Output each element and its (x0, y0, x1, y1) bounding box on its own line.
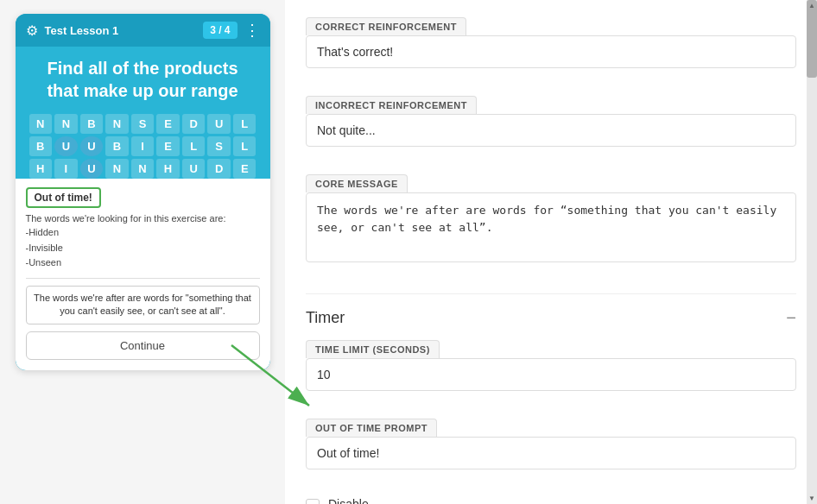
lesson-progress: 3 / 4 (203, 22, 237, 39)
scrollbar-track[interactable]: ▲ ▼ (807, 0, 817, 504)
scroll-down-arrow[interactable]: ▼ (808, 495, 815, 502)
disable-checkbox[interactable] (306, 499, 320, 505)
disable-title: Disable (328, 497, 596, 505)
lesson-footer: Out of time! The words we're looking for… (16, 179, 270, 370)
word-item: -Invisible (26, 241, 260, 256)
gear-icon: ⚙ (26, 22, 38, 39)
scroll-up-arrow[interactable]: ▲ (808, 2, 815, 9)
out-of-time-prompt-section: OUT OF TIME PROMPT (306, 419, 796, 483)
disable-row: Disable Disabling the timer lets users f… (306, 497, 796, 505)
section-divider (306, 293, 796, 294)
correct-reinforcement-input[interactable] (306, 35, 796, 68)
incorrect-reinforcement-section: INCORRECT REINFORCEMENT (306, 96, 796, 161)
grid-cell[interactable]: U (182, 159, 206, 179)
grid-cell[interactable]: U (80, 136, 104, 156)
grid-cell[interactable]: N (105, 114, 129, 134)
grid-cell[interactable]: L (233, 136, 256, 156)
grid-cell[interactable]: B (80, 114, 104, 134)
word-item: -Unseen (26, 255, 260, 271)
grid-cell[interactable]: U (80, 159, 104, 179)
grid-cell[interactable]: B (29, 136, 53, 156)
word-list: -Hidden-Invisible-Unseen (26, 225, 260, 271)
scrollbar-thumb[interactable] (807, 0, 817, 78)
core-message-label: CORE MESSAGE (306, 174, 408, 192)
grid-cell[interactable]: L (182, 136, 206, 156)
word-item: -Hidden (26, 225, 260, 241)
grid-cell[interactable]: E (156, 136, 180, 156)
grid-cell[interactable]: I (54, 159, 78, 179)
out-of-time-badge: Out of time! (26, 187, 101, 208)
grid-cell[interactable]: D (182, 114, 206, 134)
time-limit-section: TIME LIMIT (SECONDS) (306, 340, 796, 405)
lesson-question: Find all of the products that make up ou… (29, 57, 256, 102)
timer-header: Timer − (306, 308, 796, 328)
core-message-textarea[interactable] (306, 192, 796, 262)
disable-text: Disable Disabling the timer lets users f… (328, 497, 596, 505)
grid-cell[interactable]: U (207, 114, 231, 134)
grid-cell[interactable]: B (105, 136, 129, 156)
out-of-time-prompt-input[interactable] (306, 437, 796, 469)
out-of-time-prompt-label: OUT OF TIME PROMPT (306, 419, 437, 437)
incorrect-reinforcement-input[interactable] (306, 114, 796, 147)
grid-cell[interactable]: E (233, 159, 256, 179)
grid-cell[interactable]: N (105, 159, 129, 179)
timer-title: Timer (306, 309, 345, 327)
grid-cell[interactable]: I (131, 136, 155, 156)
left-panel: ⚙ Test Lesson 1 3 / 4 ⋮ Find all of the … (0, 0, 285, 504)
more-options-icon[interactable]: ⋮ (244, 21, 260, 40)
time-limit-input[interactable] (306, 358, 796, 391)
right-panel: CORRECT REINFORCEMENT INCORRECT REINFORC… (285, 0, 817, 504)
correct-reinforcement-section: CORRECT REINFORCEMENT (306, 17, 796, 82)
grid-cell[interactable]: H (29, 159, 53, 179)
lesson-body: Find all of the products that make up ou… (16, 47, 270, 179)
grid-cell[interactable]: D (207, 159, 231, 179)
core-message-scroll[interactable]: The words we're after are words for "som… (26, 286, 260, 324)
time-limit-label: TIME LIMIT (SECONDS) (306, 340, 440, 358)
timer-collapse-button[interactable]: − (786, 308, 796, 328)
lesson-title: Test Lesson 1 (45, 24, 119, 37)
core-message-scroll-text: The words we're after are words for "som… (34, 293, 251, 316)
word-grid: NNBNSEDULBUUBIELSLHIUNNHUDE (29, 114, 256, 179)
grid-cell[interactable]: H (156, 159, 180, 179)
grid-cell[interactable]: L (233, 114, 256, 134)
grid-cell[interactable]: S (207, 136, 231, 156)
divider (26, 278, 260, 279)
lesson-header-left: ⚙ Test Lesson 1 (26, 22, 204, 39)
grid-cell[interactable]: N (54, 114, 78, 134)
words-label: The words we're looking for in this exer… (26, 213, 260, 224)
grid-cell[interactable]: N (29, 114, 53, 134)
correct-reinforcement-label: CORRECT REINFORCEMENT (306, 17, 466, 35)
continue-button[interactable]: Continue (26, 331, 260, 360)
core-message-section: CORE MESSAGE (306, 174, 796, 280)
incorrect-reinforcement-label: INCORRECT REINFORCEMENT (306, 96, 477, 114)
grid-cell[interactable]: U (54, 136, 78, 156)
grid-cell[interactable]: N (131, 159, 155, 179)
grid-cell[interactable]: S (131, 114, 155, 134)
lesson-header: ⚙ Test Lesson 1 3 / 4 ⋮ (16, 14, 270, 47)
lesson-card: ⚙ Test Lesson 1 3 / 4 ⋮ Find all of the … (16, 14, 270, 370)
grid-cell[interactable]: E (156, 114, 180, 134)
